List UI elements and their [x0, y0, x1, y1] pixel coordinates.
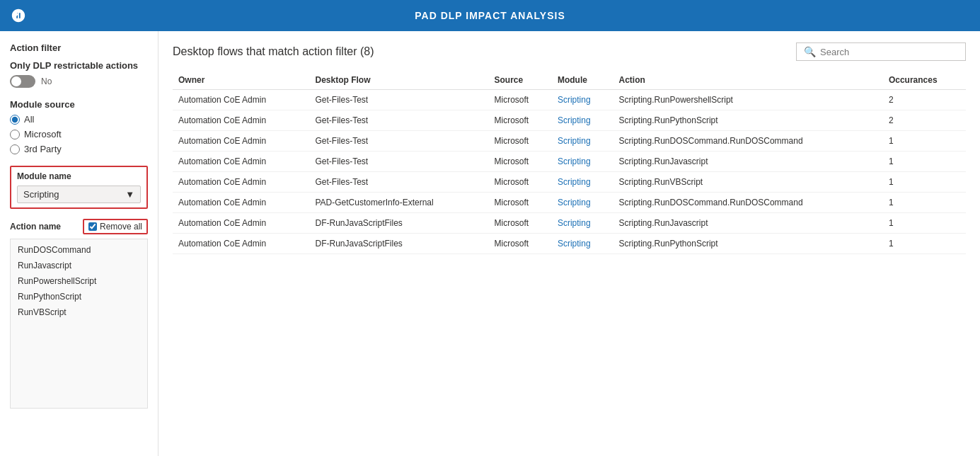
- occurances-cell: 1: [883, 172, 966, 193]
- toggle-value-label: No: [41, 76, 52, 86]
- occurances-cell: 2: [883, 90, 966, 110]
- table-header: OwnerDesktop FlowSourceModuleActionOccur…: [173, 71, 966, 90]
- owner-cell[interactable]: Automation CoE Admin: [173, 193, 310, 213]
- table-row: Automation CoE AdminDF-RunJavaScriptFile…: [173, 213, 966, 234]
- source-cell: Microsoft: [489, 172, 552, 193]
- occurances-cell: 1: [883, 131, 966, 152]
- radio-3rdparty-input[interactable]: [10, 144, 20, 154]
- remove-all-button[interactable]: Remove all: [83, 219, 148, 234]
- occurances-cell: 1: [883, 152, 966, 172]
- owner-cell[interactable]: Automation CoE Admin: [173, 90, 310, 110]
- data-table: OwnerDesktop FlowSourceModuleActionOccur…: [173, 71, 966, 254]
- source-cell: Microsoft: [489, 110, 552, 131]
- table-row: Automation CoE AdminGet-Files-TestMicros…: [173, 172, 966, 193]
- action-cell: Scripting.RunVBScript: [613, 172, 882, 193]
- radio-all[interactable]: All: [10, 114, 148, 125]
- search-icon: 🔍: [804, 46, 816, 57]
- owner-cell[interactable]: Automation CoE Admin: [173, 234, 310, 254]
- source-cell: Microsoft: [489, 193, 552, 213]
- occurances-cell: 1: [883, 213, 966, 234]
- content-header: Desktop flows that match action filter (…: [173, 42, 966, 61]
- action-name-section: Action name Remove all RunDOSCommandRunJ…: [10, 219, 148, 409]
- source-cell: Microsoft: [489, 90, 552, 110]
- module-name-value: Scripting: [23, 189, 59, 200]
- module-cell: Scripting: [552, 213, 613, 234]
- action-list-item[interactable]: RunPythonScript: [11, 289, 147, 304]
- module-cell: Scripting: [552, 193, 613, 213]
- module-source-radio-group: All Microsoft 3rd Party: [10, 114, 148, 154]
- action-cell: Scripting.RunDOSCommand.RunDOSCommand: [613, 193, 882, 213]
- action-cell: Scripting.RunPythonScript: [613, 110, 882, 131]
- desktop-flow-cell[interactable]: DF-RunJavaScriptFiles: [310, 213, 489, 234]
- module-source-section: Module source All Microsoft 3rd Party: [10, 99, 148, 154]
- radio-microsoft[interactable]: Microsoft: [10, 129, 148, 139]
- table-row: Automation CoE AdminGet-Files-TestMicros…: [173, 90, 966, 110]
- action-cell: Scripting.RunPowershellScript: [613, 90, 882, 110]
- owner-cell[interactable]: Automation CoE Admin: [173, 110, 310, 131]
- table-col-header: Source: [489, 71, 552, 90]
- action-name-header: Action name Remove all: [10, 219, 148, 234]
- source-cell: Microsoft: [489, 234, 552, 254]
- remove-all-checkbox[interactable]: [88, 222, 97, 231]
- desktop-flow-cell[interactable]: PAD-GetCustomerInfo-External: [310, 193, 489, 213]
- module-name-section: Module name Scripting ▼: [10, 166, 148, 209]
- radio-all-input[interactable]: [10, 115, 20, 125]
- desktop-flow-cell[interactable]: Get-Files-Test: [310, 172, 489, 193]
- only-dlp-toggle-row: No: [10, 75, 148, 88]
- desktop-flow-cell[interactable]: Get-Files-Test: [310, 152, 489, 172]
- action-list-item[interactable]: RunPowershellScript: [11, 273, 147, 289]
- action-cell: Scripting.RunJavascript: [613, 213, 882, 234]
- chevron-down-icon: ▼: [125, 189, 134, 200]
- action-list-item[interactable]: RunJavascript: [11, 258, 147, 273]
- table-col-header: Occurances: [883, 71, 966, 90]
- radio-microsoft-input[interactable]: [10, 130, 20, 139]
- table-col-header: Module: [552, 71, 613, 90]
- action-list-item[interactable]: RunDOSCommand: [11, 242, 147, 258]
- only-dlp-toggle[interactable]: [10, 75, 35, 88]
- action-filter-title: Action filter: [10, 42, 148, 53]
- remove-all-label: Remove all: [100, 222, 142, 232]
- action-cell: Scripting.RunPythonScript: [613, 234, 882, 254]
- search-box: 🔍: [796, 42, 966, 61]
- content-area: Desktop flows that match action filter (…: [158, 31, 980, 456]
- desktop-flow-cell[interactable]: DF-RunJavaScriptFiles: [310, 234, 489, 254]
- owner-cell[interactable]: Automation CoE Admin: [173, 213, 310, 234]
- header-title: PAD DLP IMPACT ANALYSIS: [415, 10, 565, 21]
- module-cell: Scripting: [552, 90, 613, 110]
- table-row: Automation CoE AdminPAD-GetCustomerInfo-…: [173, 193, 966, 213]
- source-cell: Microsoft: [489, 213, 552, 234]
- sidebar: Action filter Only DLP restrictable acti…: [0, 31, 158, 456]
- desktop-flow-cell[interactable]: Get-Files-Test: [310, 131, 489, 152]
- occurances-cell: 2: [883, 110, 966, 131]
- app-header: PAD DLP IMPACT ANALYSIS: [0, 0, 980, 31]
- table-col-header: Action: [613, 71, 882, 90]
- table-row: Automation CoE AdminGet-Files-TestMicros…: [173, 110, 966, 131]
- desktop-flow-cell[interactable]: Get-Files-Test: [310, 90, 489, 110]
- search-input[interactable]: [820, 47, 958, 57]
- table-row: Automation CoE AdminDF-RunJavaScriptFile…: [173, 234, 966, 254]
- action-name-list: RunDOSCommandRunJavascriptRunPowershellS…: [10, 239, 148, 409]
- table-header-row: OwnerDesktop FlowSourceModuleActionOccur…: [173, 71, 966, 90]
- occurances-cell: 1: [883, 193, 966, 213]
- owner-cell[interactable]: Automation CoE Admin: [173, 131, 310, 152]
- owner-cell[interactable]: Automation CoE Admin: [173, 172, 310, 193]
- owner-cell[interactable]: Automation CoE Admin: [173, 152, 310, 172]
- radio-3rdparty[interactable]: 3rd Party: [10, 144, 148, 154]
- module-cell: Scripting: [552, 152, 613, 172]
- module-cell: Scripting: [552, 110, 613, 131]
- module-name-dropdown[interactable]: Scripting ▼: [17, 186, 141, 203]
- module-cell: Scripting: [552, 131, 613, 152]
- radio-all-label: All: [24, 114, 34, 125]
- only-dlp-label: Only DLP restrictable actions: [10, 60, 148, 71]
- module-cell: Scripting: [552, 172, 613, 193]
- module-source-label: Module source: [10, 99, 148, 110]
- app-logo: [10, 7, 27, 24]
- desktop-flow-cell[interactable]: Get-Files-Test: [310, 110, 489, 131]
- table-row: Automation CoE AdminGet-Files-TestMicros…: [173, 152, 966, 172]
- main-container: Action filter Only DLP restrictable acti…: [0, 31, 980, 456]
- action-cell: Scripting.RunDOSCommand.RunDOSCommand: [613, 131, 882, 152]
- module-cell: Scripting: [552, 234, 613, 254]
- action-list-item[interactable]: RunVBScript: [11, 304, 147, 320]
- table-col-header: Desktop Flow: [310, 71, 489, 90]
- action-name-label: Action name: [10, 222, 61, 232]
